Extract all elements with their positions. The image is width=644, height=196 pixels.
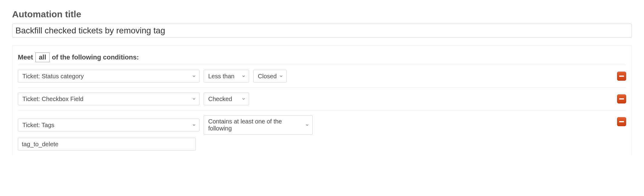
chevron-down-icon [192, 74, 196, 78]
condition-field-select[interactable]: Ticket: Tags [18, 119, 199, 131]
condition-operator-value: Checked [208, 96, 232, 103]
minus-icon [619, 121, 624, 122]
automation-title-label: Automation title [12, 9, 632, 19]
conditions-header-prefix: Meet [18, 53, 33, 61]
chevron-down-icon [192, 97, 196, 101]
condition-operator-select[interactable]: Less than [204, 70, 249, 83]
chevron-down-icon [305, 123, 309, 127]
conditions-panel: Meet all of the following conditions: Ti… [12, 46, 632, 155]
automation-title-input[interactable] [12, 24, 632, 38]
remove-condition-button[interactable] [617, 94, 626, 103]
condition-field-value: Ticket: Status category [22, 73, 84, 80]
condition-operator-select[interactable]: Checked [204, 93, 249, 105]
condition-value-select[interactable]: Closed [253, 70, 287, 83]
conditions-header-suffix: of the following conditions: [52, 53, 139, 61]
condition-operator-value: Contains at least one of the following [208, 118, 301, 132]
minus-icon [619, 98, 624, 100]
condition-row: Ticket: Tags Contains at least one of th… [18, 110, 626, 155]
chevron-down-icon [192, 123, 196, 127]
chevron-down-icon [242, 74, 246, 78]
condition-operator-value: Less than [208, 73, 235, 80]
chevron-down-icon [242, 97, 246, 101]
condition-tag-input[interactable] [18, 138, 196, 150]
remove-condition-button[interactable] [617, 72, 626, 81]
conditions-header: Meet all of the following conditions: [18, 52, 626, 62]
condition-field-select[interactable]: Ticket: Checkbox Field [18, 93, 199, 105]
condition-field-value: Ticket: Checkbox Field [22, 96, 84, 103]
condition-row: Ticket: Checkbox Field Checked [18, 87, 626, 110]
chevron-down-icon [279, 74, 283, 78]
condition-value-value: Closed [258, 73, 277, 80]
minus-icon [619, 76, 624, 77]
condition-row: Ticket: Status category Less than Closed [18, 65, 626, 87]
condition-field-value: Ticket: Tags [22, 122, 54, 129]
condition-field-select[interactable]: Ticket: Status category [18, 70, 199, 83]
conditions-quantifier-select[interactable]: all [35, 52, 49, 62]
condition-operator-select[interactable]: Contains at least one of the following [204, 115, 313, 135]
remove-condition-button[interactable] [617, 117, 626, 126]
